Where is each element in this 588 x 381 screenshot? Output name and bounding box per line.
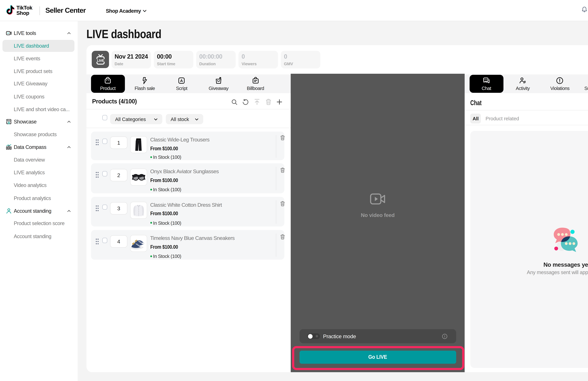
svg-text:A: A xyxy=(180,79,183,83)
svg-text:LIVE: LIVE xyxy=(97,59,104,63)
